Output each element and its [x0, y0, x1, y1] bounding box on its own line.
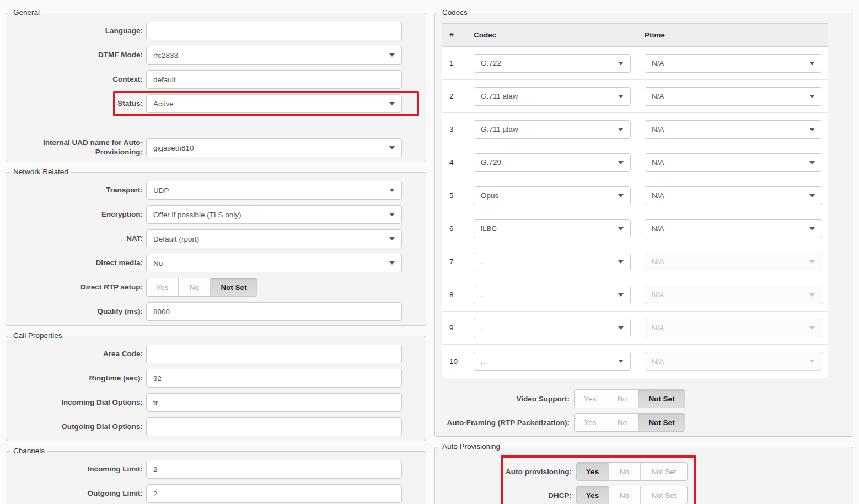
option-label-auto-provisioning: Auto provisioning:	[503, 468, 576, 476]
field-row-language: Language:	[13, 22, 419, 40]
field-row-direct-media: Direct media:No	[13, 254, 419, 272]
field-row-ringtime-sec: Ringtime (sec):	[13, 369, 419, 388]
context-input[interactable]	[146, 70, 402, 89]
codec-table-row: 10..N/A	[442, 345, 828, 378]
dhcp-no-button[interactable]: No	[609, 486, 641, 504]
dtmf-mode-select[interactable]: rfc2833	[146, 46, 402, 65]
codec-row-number: 6	[442, 224, 474, 233]
ringtime-sec-input[interactable]	[146, 369, 402, 388]
outgoing-limit-input[interactable]	[146, 484, 402, 503]
fieldset-legend-auto-provisioning: Auto Provisioning	[439, 442, 503, 451]
chevron-down-icon	[389, 237, 395, 240]
fieldset-channels: ChannelsIncoming Limit:Outgoing Limit:	[6, 447, 426, 504]
fieldset-call-properties: Call PropertiesArea Code:Ringtime (sec):…	[6, 331, 426, 441]
direct-rtp-setup-no-button[interactable]: No	[179, 278, 211, 296]
option-row-video-support: Video Support:YesNoNot Set	[442, 389, 846, 408]
codec-row-number: 10	[442, 357, 474, 366]
codec-1-select[interactable]: G.722	[474, 54, 631, 73]
incoming-dial-options-input[interactable]	[146, 393, 402, 412]
transport-select[interactable]: UDP	[146, 181, 402, 200]
codec-9-select-value: ..	[481, 324, 485, 332]
codec-10-select[interactable]: ..	[474, 352, 631, 371]
codec-table-row: 1G.722N/A	[442, 47, 828, 80]
codec-6-select[interactable]: iLBC	[474, 219, 631, 238]
video-support-yes-button[interactable]: Yes	[575, 390, 606, 408]
field-label-outgoing-dial-options: Outgoing Dial Options:	[13, 422, 146, 432]
codec-3-select[interactable]: G.711 µlaw	[474, 120, 631, 139]
field-label-area-code: Area Code:	[13, 350, 146, 359]
direct-media-select[interactable]: No	[146, 254, 402, 272]
ptime-cell: N/A	[645, 219, 828, 238]
auto-framing-notset-button[interactable]: Not Set	[638, 414, 685, 431]
status-select[interactable]: Active	[146, 94, 402, 113]
codec-cell: G.711 alaw	[474, 87, 645, 106]
field-label-status: Status:	[115, 99, 146, 109]
video-support-no-button[interactable]: No	[606, 390, 638, 408]
ptime-2-select[interactable]: N/A	[645, 87, 822, 106]
codec-cell: ..	[474, 352, 645, 371]
codec-5-select[interactable]: Opus	[474, 186, 631, 205]
field-label-ringtime-sec: Ringtime (sec):	[13, 374, 146, 383]
chevron-down-icon	[618, 326, 624, 330]
codec-table-row: 5OpusN/A	[442, 179, 828, 212]
column-header-number: #	[442, 31, 474, 39]
field-control-context	[146, 70, 402, 89]
codec-7-select[interactable]: ..	[474, 253, 631, 271]
nat-select[interactable]: Default (rport)	[146, 229, 402, 248]
ptime-6-select[interactable]: N/A	[645, 219, 822, 238]
ptime-cell: N/A	[645, 253, 828, 271]
codec-row-number: 3	[442, 125, 474, 133]
codec-2-select[interactable]: G.711 alaw	[474, 87, 631, 106]
codec-8-select[interactable]: ..	[474, 286, 631, 304]
ptime-1-select[interactable]: N/A	[645, 54, 822, 73]
ptime-4-select[interactable]: N/A	[645, 153, 822, 172]
field-control-qualify-ms	[146, 302, 402, 321]
ptime-6-select-value: N/A	[652, 224, 664, 233]
chevron-down-icon	[389, 53, 395, 57]
encryption-select[interactable]: Offer if possible (TLS only)	[146, 205, 402, 224]
codec-9-select[interactable]: ..	[474, 319, 631, 337]
nat-select-value: Default (rport)	[153, 235, 199, 243]
outgoing-dial-options-input[interactable]	[146, 417, 402, 436]
codecs-options: Video Support:YesNoNot SetAuto-Framing (…	[442, 389, 846, 432]
status-select-value: Active	[153, 100, 174, 108]
qualify-ms-input[interactable]	[146, 302, 402, 321]
field-label-transport: Transport:	[13, 186, 146, 195]
chevron-down-icon	[809, 260, 815, 264]
dhcp-yes-button[interactable]: Yes	[577, 486, 609, 504]
auto-provisioning-no-button[interactable]: No	[609, 463, 641, 480]
video-support-notset-button[interactable]: Not Set	[638, 390, 685, 408]
direct-rtp-setup-toggle-group: YesNoNot Set	[146, 278, 257, 297]
internal-uad-name-select[interactable]: gigasetn610	[146, 138, 402, 157]
fieldset-codecs: Codecs # Codec Ptime 1G.722N/A2G.711 ala…	[434, 8, 853, 437]
fieldset-legend-codecs: Codecs	[439, 8, 470, 17]
auto-provisioning-yes-button[interactable]: Yes	[577, 463, 609, 480]
ptime-5-select[interactable]: N/A	[645, 186, 822, 205]
direct-rtp-setup-yes-button[interactable]: Yes	[147, 278, 179, 296]
direct-rtp-setup-notset-button[interactable]: Not Set	[211, 278, 257, 296]
field-row-direct-rtp-setup: Direct RTP setup:YesNoNot Set	[13, 278, 419, 297]
language-input[interactable]	[146, 22, 402, 40]
chevron-down-icon	[618, 194, 624, 197]
fieldset-legend-general: General	[10, 8, 42, 17]
chevron-down-icon	[618, 360, 624, 363]
ptime-3-select[interactable]: N/A	[645, 120, 822, 139]
area-code-input[interactable]	[146, 345, 402, 363]
incoming-limit-input[interactable]	[146, 460, 402, 479]
chevron-down-icon	[809, 293, 815, 297]
auto-framing-no-button[interactable]: No	[606, 414, 638, 431]
field-label-dtmf-mode: DTMF Mode:	[13, 51, 146, 60]
codec-4-select[interactable]: G.729	[474, 153, 631, 172]
auto-framing-yes-button[interactable]: Yes	[575, 414, 606, 431]
auto-provisioning-notset-button[interactable]: Not Set	[641, 463, 687, 480]
dhcp-notset-button[interactable]: Not Set	[641, 486, 687, 504]
option-label-auto-framing: Auto-Framing (RTP Packetization):	[442, 419, 574, 427]
dhcp-toggle-group: YesNoNot Set	[576, 486, 688, 504]
chevron-down-icon	[618, 95, 624, 98]
ptime-7-select-value: N/A	[652, 258, 664, 266]
field-row-transport: Transport:UDP	[13, 181, 419, 200]
ptime-cell: N/A	[645, 153, 828, 172]
codec-4-select-value: G.729	[481, 158, 501, 167]
codec-cell: ..	[474, 253, 645, 271]
field-row-dtmf-mode: DTMF Mode:rfc2833	[13, 46, 419, 65]
